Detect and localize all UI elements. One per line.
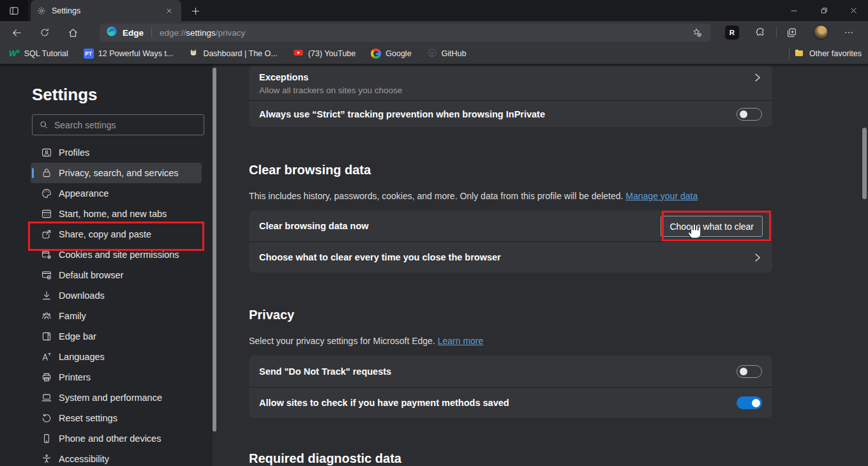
- search-icon: [39, 120, 49, 130]
- exceptions-subtitle: Allow all trackers on sites you choose: [259, 86, 402, 95]
- download-icon: [41, 290, 52, 301]
- favorite-star-add-icon[interactable]: [689, 25, 705, 40]
- google-icon: [371, 49, 381, 59]
- window-restore-button[interactable]: [809, 0, 839, 21]
- strict-inprivate-label: Always use “Strict” tracking prevention …: [259, 109, 545, 119]
- privacy-heading: Privacy: [249, 308, 294, 322]
- sidebar-item-appearance[interactable]: Appearance: [31, 183, 202, 204]
- sidebar-item-downloads[interactable]: Downloads: [31, 285, 202, 306]
- laptop-icon: [41, 392, 52, 403]
- bookmark-sql-tutorial[interactable]: W3 SQL Tutorial: [9, 49, 68, 58]
- w3schools-icon: W3: [9, 49, 20, 58]
- url-path: /privacy: [216, 28, 246, 38]
- window-close-button[interactable]: [839, 0, 868, 21]
- choose-what-to-clear-button[interactable]: Choose what to clear: [661, 216, 763, 237]
- youtube-icon: [293, 47, 304, 60]
- sidebar-item-profiles[interactable]: Profiles: [31, 142, 202, 163]
- tab-title: Settings: [52, 6, 158, 15]
- bookmark-dashboard[interactable]: Dashboard | The O...: [188, 48, 277, 60]
- sidebar-item-start-home-new-tabs[interactable]: Start, home, and new tabs: [31, 204, 202, 224]
- privacy-description: Select your privacy settings for Microso…: [249, 336, 483, 346]
- phone-icon: [41, 433, 52, 444]
- exceptions-title: Exceptions: [259, 72, 308, 82]
- toolbar-divider: [776, 27, 777, 38]
- sidebar-item-system-performance[interactable]: System and performance: [31, 387, 202, 408]
- sidebar-item-accessibility[interactable]: Accessibility: [31, 449, 202, 466]
- exceptions-row[interactable]: Exceptions: [249, 70, 772, 85]
- bookmark-github[interactable]: GitHub: [427, 48, 467, 60]
- collections-button[interactable]: [784, 25, 799, 40]
- sidebar-item-cookies-site-permissions[interactable]: Cookies and site permissions: [31, 244, 202, 265]
- extensions-button[interactable]: [752, 25, 767, 40]
- clear-browsing-data-description: This includes history, passwords, cookie…: [249, 191, 698, 201]
- settings-and-more-button[interactable]: [841, 25, 857, 40]
- address-separator: [151, 27, 152, 38]
- llama-icon: [188, 48, 198, 60]
- sidebar-item-default-browser[interactable]: Default browser: [31, 265, 202, 285]
- clear-on-close-row[interactable]: Choose what to clear every time you clos…: [249, 242, 772, 273]
- new-tab-button[interactable]: [186, 3, 204, 19]
- settings-search-box[interactable]: [32, 114, 204, 135]
- sidebar-item-languages[interactable]: Languages: [31, 347, 202, 367]
- folder-icon: [794, 48, 804, 60]
- sidebar-scrollbar[interactable]: [213, 68, 216, 432]
- chevron-right-icon: [752, 73, 762, 82]
- chevron-right-icon: [752, 253, 762, 262]
- required-diagnostic-data-heading: Required diagnostic data: [249, 451, 401, 466]
- tab-close-icon[interactable]: [163, 5, 175, 17]
- sidebar-item-phone-other-devices[interactable]: Phone and other devices: [31, 428, 202, 449]
- browser-window: Settings: [0, 0, 868, 466]
- strict-inprivate-toggle[interactable]: [737, 108, 762, 121]
- window-minimize-button[interactable]: [779, 0, 809, 21]
- pt-icon: PT: [84, 49, 94, 59]
- do-not-track-row: Send "Do Not Track" requests: [249, 356, 772, 387]
- bookmark-youtube[interactable]: (73) YouTube: [293, 47, 356, 60]
- profiles-icon: [41, 147, 52, 158]
- bookmark-google[interactable]: Google: [371, 49, 411, 59]
- sidebar-item-edge-bar[interactable]: Edge bar: [31, 326, 202, 347]
- settings-page-title: Settings: [32, 85, 98, 105]
- layout-icon: [41, 208, 52, 220]
- settings-sidebar: Settings Profiles Privacy, search, and s…: [0, 64, 213, 466]
- bookmark-12-powerful-ways[interactable]: PT 12 Powerful Ways t...: [84, 49, 174, 59]
- privacy-card: Send "Do Not Track" requests Allow sites…: [249, 356, 772, 418]
- edge-logo-icon: [106, 26, 117, 40]
- back-button[interactable]: [5, 24, 28, 41]
- sidebar-item-family[interactable]: Family: [31, 306, 202, 326]
- tracking-exceptions-card: Exceptions Allow all trackers on sites y…: [249, 66, 772, 127]
- home-button[interactable]: [61, 24, 84, 41]
- strict-inprivate-row: Always use “Strict” tracking prevention …: [249, 101, 772, 127]
- site-button-label[interactable]: Edge: [123, 28, 144, 38]
- url-scheme: edge://: [160, 28, 186, 38]
- sidebar-item-privacy-search-services[interactable]: Privacy, search, and services: [31, 163, 202, 183]
- palette-icon: [41, 188, 52, 199]
- bookmarks-bar: W3 SQL Tutorial PT 12 Powerful Ways t...…: [0, 43, 868, 64]
- profile-avatar[interactable]: [813, 25, 828, 40]
- tab-actions-button[interactable]: [0, 0, 28, 21]
- learn-more-link[interactable]: Learn more: [438, 336, 484, 346]
- search-input[interactable]: [54, 120, 197, 130]
- clear-browsing-data-card: Clear browsing data now Choose what to c…: [249, 211, 772, 273]
- address-bar[interactable]: Edge edge://settings/privacy: [100, 24, 711, 41]
- github-icon: [427, 48, 437, 60]
- do-not-track-toggle[interactable]: [737, 365, 762, 378]
- sidebar-item-printers[interactable]: Printers: [31, 367, 202, 387]
- page-scrollbar[interactable]: [862, 128, 867, 199]
- browser-check-icon: [41, 269, 52, 281]
- clear-now-label: Clear browsing data now: [259, 221, 369, 231]
- refresh-button[interactable]: [33, 24, 56, 41]
- do-not-track-label: Send "Do Not Track" requests: [259, 366, 391, 377]
- gear-icon: [37, 6, 46, 15]
- extension-r-badge[interactable]: R: [725, 26, 739, 40]
- manage-your-data-link[interactable]: Manage your data: [625, 191, 698, 201]
- payment-methods-toggle[interactable]: [737, 396, 762, 409]
- sidebar-item-reset-settings[interactable]: Reset settings: [31, 408, 202, 428]
- edge-bar-icon: [41, 331, 52, 342]
- hand-cursor: [687, 222, 702, 239]
- settings-nav: Profiles Privacy, search, and services A…: [31, 142, 202, 466]
- title-bar: Settings: [0, 0, 868, 21]
- sidebar-item-share-copy-paste[interactable]: Share, copy and paste: [31, 224, 202, 244]
- workspaces-icon: [8, 5, 20, 17]
- tab-settings[interactable]: Settings: [31, 0, 181, 21]
- other-favorites-button[interactable]: Other favorites: [794, 43, 862, 64]
